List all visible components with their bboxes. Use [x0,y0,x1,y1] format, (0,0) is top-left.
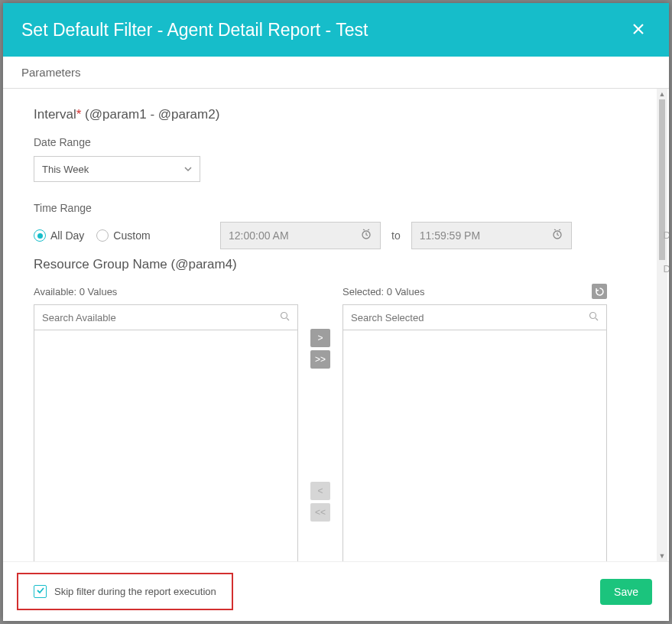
svg-point-3 [590,313,596,319]
interval-param-hint: (@param1 - @param2) [85,107,219,122]
scroll-up-icon[interactable]: ▲ [657,89,667,99]
time-range-row: All Day Custom to [34,222,641,249]
close-icon [632,23,644,35]
check-icon [36,586,45,597]
interval-label-text: Interval [34,107,76,122]
radio-icon [34,229,46,242]
available-header: Available: 0 Values [34,286,117,297]
modal-title: Set Default Filter - Agent Detail Report… [21,20,368,41]
selected-column: Selected: 0 Values [342,283,607,561]
scroll-down-icon[interactable]: ▼ [657,551,667,561]
radio-icon [96,229,109,242]
background-text: D [664,229,669,241]
move-left-button[interactable]: < [310,482,330,500]
move-all-left-button[interactable]: << [310,503,330,522]
svg-point-2 [281,313,287,319]
interval-label: Interval* (@param1 - @param2) [34,107,641,122]
radio-all-day-label: All Day [50,229,84,242]
parameters-tab[interactable]: Parameters [3,57,669,89]
move-right-button[interactable]: > [310,329,330,347]
available-search-box [34,304,298,330]
skip-filter-checkbox[interactable] [34,585,47,598]
resource-group-label: Resource Group Name (@param4) [34,257,641,272]
selected-search-input[interactable] [351,312,589,323]
save-button[interactable]: Save [600,579,652,605]
time-range-label: Time Range [34,202,641,214]
modal-dialog: Set Default Filter - Agent Detail Report… [3,3,669,621]
available-search-input[interactable] [42,312,280,323]
dual-list: Available: 0 Values > >> < << [34,283,641,561]
date-range-value: This Week [42,164,89,175]
radio-all-day[interactable]: All Day [34,229,84,242]
time-to-input [420,229,563,242]
radio-custom[interactable]: Custom [96,229,150,242]
time-to-input-wrap [411,222,572,249]
date-range-select[interactable]: This Week [34,156,200,182]
refresh-icon [595,287,605,297]
time-from-input [229,229,372,242]
time-from-input-wrap [220,222,381,249]
search-icon [589,310,599,324]
required-mark: * [76,107,82,122]
close-button[interactable] [626,17,651,43]
background-text: D [664,263,669,275]
resource-group-section: Resource Group Name (@param4) Available:… [34,257,641,561]
skip-filter-label: Skip filter during the report execution [54,586,216,597]
selected-header: Selected: 0 Values [342,286,424,297]
clock-icon [360,228,372,243]
available-column: Available: 0 Values [34,283,298,561]
time-range-radio-group: All Day Custom [34,229,209,242]
selected-search-box [342,304,607,330]
modal-footer: Skip filter during the report execution … [3,561,669,621]
chevron-down-icon [184,165,192,173]
scrollbar[interactable]: ▲ ▼ [657,89,667,561]
date-range-label: Date Range [34,136,641,148]
to-label: to [391,229,401,242]
transfer-buttons: > >> < << [309,329,332,522]
modal-body: Interval* (@param1 - @param2) Date Range… [3,89,669,561]
modal-header: Set Default Filter - Agent Detail Report… [3,3,669,57]
selected-list[interactable] [342,330,607,561]
clock-icon [551,228,563,243]
move-all-right-button[interactable]: >> [310,350,330,369]
skip-filter-highlight: Skip filter during the report execution [17,573,233,610]
search-icon [280,310,290,324]
refresh-button[interactable] [592,284,607,299]
available-list[interactable] [34,330,298,561]
radio-custom-label: Custom [113,229,150,242]
